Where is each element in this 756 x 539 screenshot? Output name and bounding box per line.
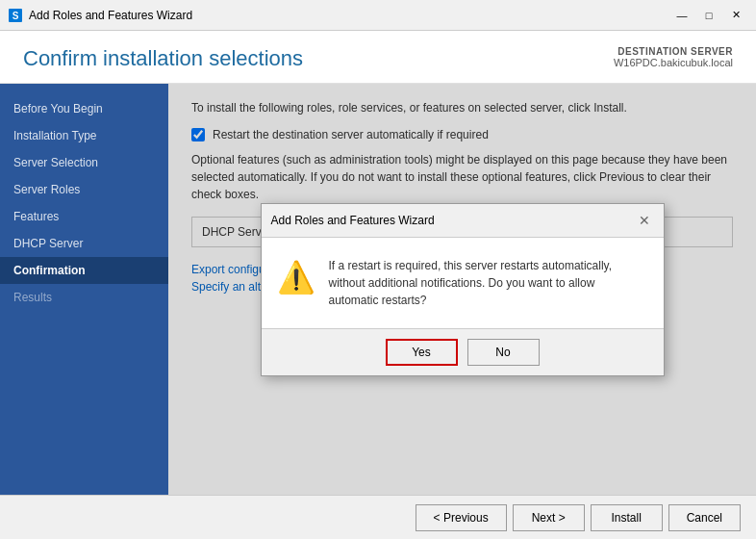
install-button[interactable]: Install <box>591 504 663 531</box>
dialog-content: ⚠️ If a restart is required, this server… <box>262 238 664 328</box>
close-button[interactable]: ✕ <box>723 6 748 25</box>
title-bar: S Add Roles and Features Wizard — □ ✕ <box>0 0 756 31</box>
dialog-title: Add Roles and Features Wizard <box>271 214 435 227</box>
sidebar-item-server-roles[interactable]: Server Roles <box>0 176 168 203</box>
wizard-body: Confirm installation selections DESTINAT… <box>0 31 756 539</box>
sidebar: Before You Begin Installation Type Serve… <box>0 84 168 495</box>
wizard-content: Before You Begin Installation Type Serve… <box>0 84 756 495</box>
wizard-header: Confirm installation selections DESTINAT… <box>0 31 756 84</box>
dialog-close-button[interactable]: ✕ <box>635 211 654 230</box>
svg-text:S: S <box>13 11 19 21</box>
window-controls: — □ ✕ <box>669 6 748 25</box>
sidebar-item-features[interactable]: Features <box>0 203 168 230</box>
destination-label: DESTINATION SERVER <box>614 46 733 57</box>
sidebar-item-server-selection[interactable]: Server Selection <box>0 149 168 176</box>
no-button[interactable]: No <box>467 339 540 366</box>
cancel-button[interactable]: Cancel <box>668 504 741 531</box>
sidebar-item-confirmation[interactable]: Confirmation <box>0 257 168 284</box>
previous-button[interactable]: < Previous <box>416 504 507 531</box>
warning-icon: ⚠️ <box>277 259 315 295</box>
title-bar-left: S Add Roles and Features Wizard <box>8 8 192 23</box>
dialog-overlay: Add Roles and Features Wizard ✕ ⚠️ If a … <box>168 84 756 495</box>
confirm-dialog: Add Roles and Features Wizard ✕ ⚠️ If a … <box>261 203 665 376</box>
sidebar-item-installation-type[interactable]: Installation Type <box>0 122 168 149</box>
sidebar-item-results: Results <box>0 284 168 311</box>
minimize-button[interactable]: — <box>669 6 694 25</box>
destination-server-info: DESTINATION SERVER W16PDC.bakicubuk.loca… <box>614 46 733 68</box>
dialog-message: If a restart is required, this server re… <box>329 257 648 309</box>
dialog-footer: Yes No <box>262 328 664 375</box>
maximize-button[interactable]: □ <box>696 6 721 25</box>
dialog-titlebar: Add Roles and Features Wizard ✕ <box>262 204 664 238</box>
yes-button[interactable]: Yes <box>386 339 458 366</box>
sidebar-item-dhcp-server[interactable]: DHCP Server <box>0 230 168 257</box>
app-icon: S <box>8 8 23 23</box>
window-title: Add Roles and Features Wizard <box>29 9 192 22</box>
destination-server-name: W16PDC.bakicubuk.local <box>614 57 733 68</box>
main-panel: To install the following roles, role ser… <box>168 84 756 495</box>
sidebar-item-before-you-begin[interactable]: Before You Begin <box>0 95 168 122</box>
page-title: Confirm installation selections <box>23 46 303 71</box>
next-button[interactable]: Next > <box>513 504 585 531</box>
wizard-footer: < Previous Next > Install Cancel <box>0 495 756 539</box>
